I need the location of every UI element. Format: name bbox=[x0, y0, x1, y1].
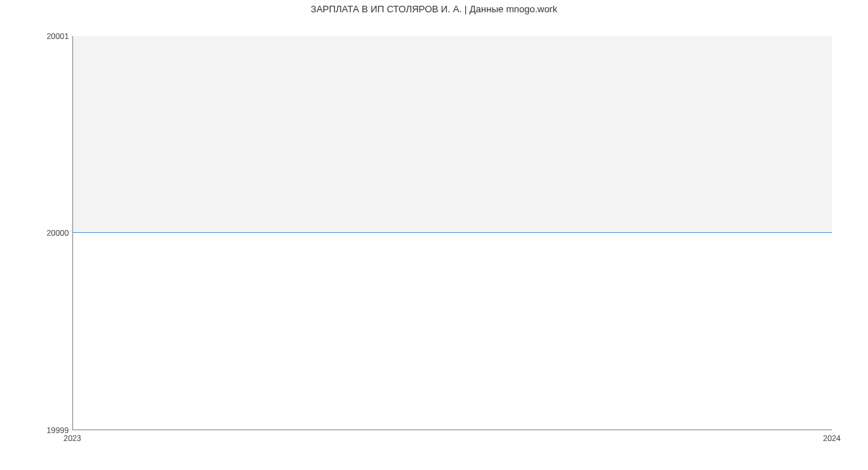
chart-title: ЗАРПЛАТА В ИП СТОЛЯРОВ И. А. | Данные mn… bbox=[0, 4, 868, 14]
x-axis-tick-label: 2024 bbox=[823, 434, 841, 443]
y-axis-tick-label: 20001 bbox=[46, 32, 69, 40]
chart-container: ЗАРПЛАТА В ИП СТОЛЯРОВ И. А. | Данные mn… bbox=[0, 0, 868, 470]
salary-line-series bbox=[73, 232, 832, 233]
chart-fill-region bbox=[73, 36, 832, 233]
x-axis-tick-label: 2023 bbox=[64, 434, 81, 443]
y-axis-tick-label: 20000 bbox=[46, 228, 69, 237]
plot-area bbox=[72, 36, 832, 430]
